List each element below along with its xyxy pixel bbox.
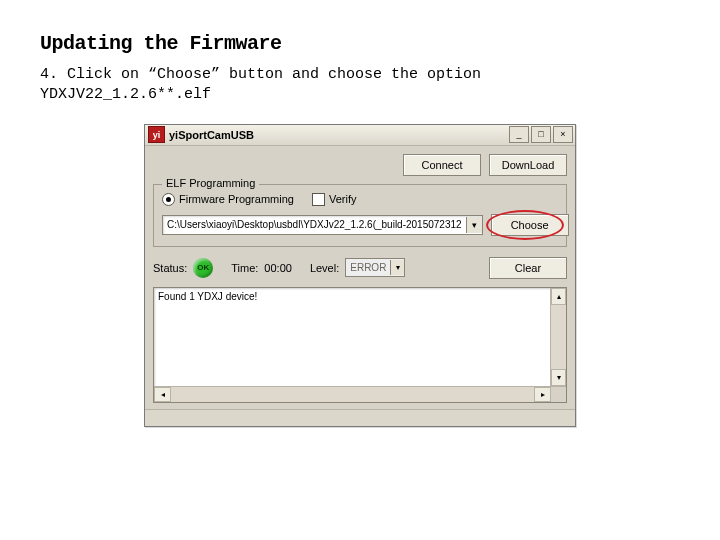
scroll-down-icon[interactable]: ▾	[551, 369, 566, 386]
close-button[interactable]: ×	[553, 126, 573, 143]
window-title: yiSportCamUSB	[169, 129, 509, 141]
app-window: yi yiSportCamUSB _ □ × Connect DownLoad …	[144, 124, 576, 427]
choose-button[interactable]: Choose	[491, 214, 569, 236]
scroll-corner	[550, 386, 566, 402]
level-label: Level:	[310, 262, 339, 274]
scroll-track[interactable]	[551, 305, 566, 369]
firmware-radio-option[interactable]: Firmware Programming	[162, 193, 294, 206]
instruction-step: 4. Click on “Choose” button and choose t…	[40, 65, 580, 106]
log-output[interactable]: Found 1 YDXJ device! ▴ ▾ ◂ ▸	[153, 287, 567, 403]
chevron-down-icon[interactable]: ▾	[466, 217, 482, 233]
scroll-track[interactable]	[171, 387, 534, 402]
status-ok-badge: OK	[193, 258, 213, 278]
app-icon: yi	[148, 126, 165, 143]
vertical-scrollbar[interactable]: ▴ ▾	[550, 288, 566, 386]
elf-path-value: C:\Users\xiaoyi\Desktop\usbdl\YDXJv22_1.…	[163, 219, 466, 230]
checkbox-icon	[312, 193, 325, 206]
log-line: Found 1 YDXJ device!	[158, 291, 257, 302]
scroll-left-icon[interactable]: ◂	[154, 387, 171, 402]
elf-path-combobox[interactable]: C:\Users\xiaoyi\Desktop\usbdl\YDXJv22_1.…	[162, 215, 483, 235]
firmware-radio-label: Firmware Programming	[179, 193, 294, 205]
page-heading: Updating the Firmware	[40, 32, 680, 55]
time-label: Time:	[231, 262, 258, 274]
scroll-up-icon[interactable]: ▴	[551, 288, 566, 305]
status-label: Status:	[153, 262, 187, 274]
horizontal-scrollbar[interactable]: ◂ ▸	[154, 386, 551, 402]
radio-icon	[162, 193, 175, 206]
elf-programming-group: ELF Programming Firmware Programming Ver…	[153, 184, 567, 247]
group-legend: ELF Programming	[162, 177, 259, 189]
time-value: 00:00	[264, 262, 292, 274]
titlebar[interactable]: yi yiSportCamUSB _ □ ×	[145, 125, 575, 146]
verify-checkbox[interactable]: Verify	[312, 193, 357, 206]
clear-button[interactable]: Clear	[489, 257, 567, 279]
download-button[interactable]: DownLoad	[489, 154, 567, 176]
verify-checkbox-label: Verify	[329, 193, 357, 205]
scroll-right-icon[interactable]: ▸	[534, 387, 551, 402]
window-statusbar	[145, 409, 575, 426]
maximize-button[interactable]: □	[531, 126, 551, 143]
level-select-value: ERROR	[346, 262, 390, 273]
connect-button[interactable]: Connect	[403, 154, 481, 176]
level-select[interactable]: ERROR ▾	[345, 258, 405, 277]
minimize-button[interactable]: _	[509, 126, 529, 143]
chevron-down-icon[interactable]: ▾	[390, 260, 404, 275]
